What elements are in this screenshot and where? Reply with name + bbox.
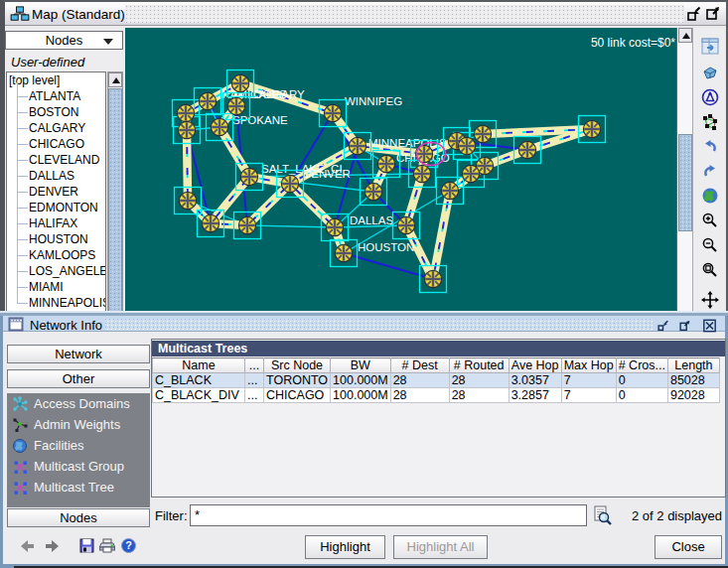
svg-text:CALGARY: CALGARY xyxy=(250,88,305,100)
svg-text:DENVER: DENVER xyxy=(303,168,351,180)
svg-text:WINNIPEG: WINNIPEG xyxy=(345,95,402,107)
svg-text:DALLAS: DALLAS xyxy=(350,214,393,226)
svg-text:HOUSTON: HOUSTON xyxy=(358,241,414,253)
svg-text:50 link cost=$0*: 50 link cost=$0* xyxy=(591,36,675,50)
